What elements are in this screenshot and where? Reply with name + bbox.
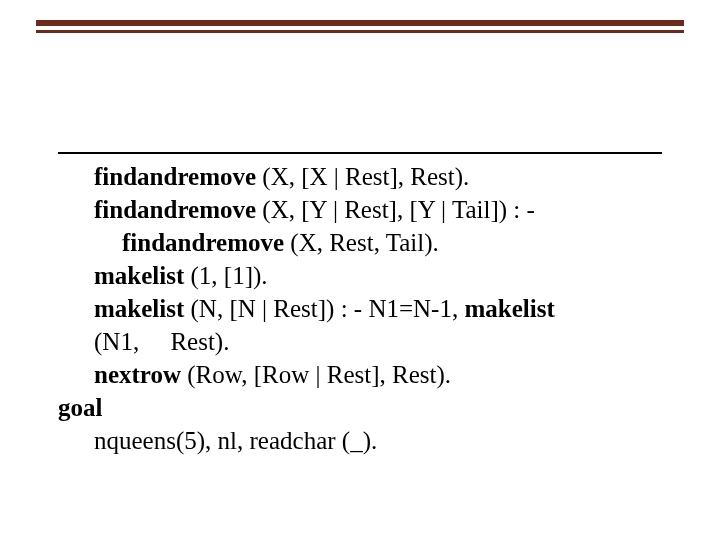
code-text: (X, Rest, Tail). [284,229,439,256]
code-text: (N1, Rest). [94,328,229,355]
keyword: findandremove [122,229,284,256]
code-line: makelist (N, [N | Rest]) : - N1=N-1, mak… [58,292,662,325]
code-line: findandremove (X, Rest, Tail). [58,226,662,259]
keyword: makelist [464,295,554,322]
header-rule-thick [36,20,684,26]
code-line: findandremove (X, [X | Rest], Rest). [58,160,662,193]
code-text: (N, [N | Rest]) : - N1=N-1, [184,295,464,322]
keyword: nextrow [94,361,181,388]
code-text: (Row, [Row | Rest], Rest). [181,361,451,388]
code-text: (1, [1]). [184,262,267,289]
keyword: goal [58,394,102,421]
header-rule-thin [36,30,684,33]
header-rule [36,20,684,40]
keyword: makelist [94,295,184,322]
code-line: nextrow (Row, [Row | Rest], Rest). [58,358,662,391]
code-text: (X, [X | Rest], Rest). [256,163,469,190]
keyword: findandremove [94,196,256,223]
code-text: nqueens(5), nl, readchar (_). [94,427,377,454]
code-line: (N1, Rest). [58,325,662,358]
code-line: findandremove (X, [Y | Rest], [Y | Tail]… [58,193,662,226]
code-line: goal [58,391,662,424]
code-text: (X, [Y | Rest], [Y | Tail]) : - [256,196,535,223]
code-line: makelist (1, [1]). [58,259,662,292]
keyword: makelist [94,262,184,289]
code-listing: findandremove (X, [X | Rest], Rest). fin… [58,160,662,457]
keyword: findandremove [94,163,256,190]
code-line: nqueens(5), nl, readchar (_). [58,424,662,457]
content-top-rule [58,152,662,154]
